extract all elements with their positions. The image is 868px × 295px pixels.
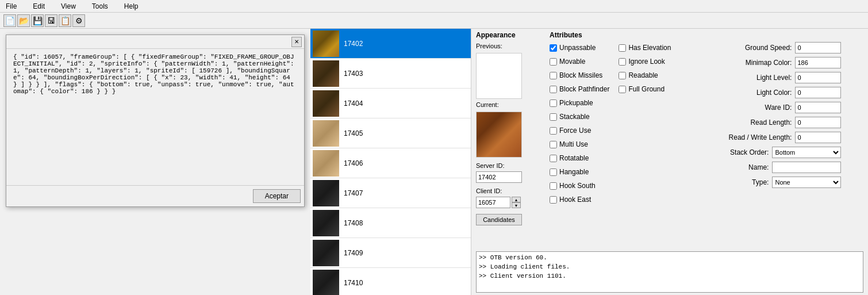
checkbox-block-missiles[interactable]	[550, 72, 557, 79]
log-line: >> OTB version 60.	[479, 253, 861, 262]
menu-tools[interactable]: Tools	[89, 1, 112, 12]
checkbox-hook-east[interactable]	[550, 196, 557, 204]
appearance-panel: Appearance Previous: Current: Server ID:…	[476, 31, 545, 249]
item-row[interactable]: 17405	[310, 118, 471, 148]
checkbox-row-block-missiles: Block Missiles	[550, 69, 609, 82]
toolbar-save-btn[interactable]: 💾	[31, 14, 44, 27]
checkbox-row-hook-east: Hook East	[550, 193, 609, 206]
item-thumbnail	[313, 120, 339, 147]
checkbox-ignore-look[interactable]	[619, 58, 626, 66]
checkbox-force-use[interactable]	[550, 127, 557, 135]
toolbar-export-btn[interactable]: 📋	[59, 14, 71, 27]
checkbox-unpassable[interactable]	[550, 44, 557, 52]
checkbox-multi-use[interactable]	[550, 141, 557, 148]
checkbox-pickupable[interactable]	[550, 99, 557, 107]
field-label-read-length: Read Length:	[750, 118, 792, 127]
toolbar-settings-btn[interactable]: ⚙	[72, 14, 85, 27]
field-row-light-level: Light Level:	[680, 71, 841, 84]
checkbox-movable[interactable]	[550, 58, 557, 66]
dialog-json-text: { "id": 16057, "frameGroup": [ { "fixedF…	[13, 53, 297, 95]
server-id-input[interactable]	[476, 171, 522, 183]
item-row[interactable]: 17407	[310, 178, 471, 208]
dialog-close-btn[interactable]: ✕	[291, 37, 302, 47]
checkbox-label-hangable: Hangable	[559, 168, 589, 176]
toolbar-open-btn[interactable]: 📂	[17, 14, 30, 27]
item-row[interactable]: 17406	[310, 148, 471, 178]
item-label: 17407	[344, 189, 363, 197]
field-input-read-write-length[interactable]	[795, 132, 841, 143]
item-row[interactable]: 17404	[310, 89, 471, 118]
field-row-type-field: Type:NoneDepotMailboxTrashholderContaine…	[680, 176, 841, 189]
checkbox-rotatable[interactable]	[550, 155, 557, 162]
field-input-minimap-color[interactable]	[795, 57, 841, 68]
toolbar-save-as-btn[interactable]: 🖫	[45, 14, 57, 27]
field-input-ground-speed[interactable]	[795, 42, 841, 53]
checkbox-label-multi-use: Multi Use	[559, 140, 588, 148]
checkbox-row-hook-south: Hook South	[550, 179, 609, 192]
item-label: 17406	[344, 159, 363, 167]
client-id-spin-up[interactable]: ▲	[512, 197, 521, 202]
checkbox-block-pathfinder[interactable]	[550, 86, 557, 93]
item-thumbnail-img	[313, 270, 339, 296]
checkbox-stackable[interactable]	[550, 113, 557, 121]
checkbox-row-ignore-look: Ignore Look	[619, 55, 671, 68]
checkbox-readable[interactable]	[619, 72, 626, 79]
candidates-btn[interactable]: Candidates	[476, 214, 522, 225]
checkbox-row-pickupable: Pickupable	[550, 97, 609, 109]
field-label-minimap-color: Minimap Color:	[746, 59, 792, 67]
toolbar-new-btn[interactable]: 📄	[3, 14, 16, 27]
checkbox-label-force-use: Force Use	[559, 127, 591, 135]
field-row-light-color: Light Color:	[680, 86, 841, 99]
checkbox-label-unpassable: Unpassable	[559, 44, 596, 52]
checkbox-full-ground[interactable]	[619, 86, 626, 93]
field-row-read-length: Read Length:	[680, 116, 841, 129]
checkbox-row-block-pathfinder: Block Pathfinder	[550, 83, 609, 95]
checkbox-label-stackable: Stackable	[559, 113, 590, 121]
attributes-title: Attributes	[550, 31, 863, 39]
attrs-right-fields: Ground Speed:Minimap Color:Light Level:L…	[680, 41, 841, 206]
field-input-name-field[interactable]	[772, 162, 841, 173]
field-select-stack-order[interactable]: BottomBorderCreatureEdgeGround	[772, 147, 841, 158]
checkbox-hangable[interactable]	[550, 168, 557, 176]
field-label-ware-id: Ware ID:	[765, 104, 792, 112]
item-thumbnail	[313, 90, 339, 117]
current-preview-img	[477, 112, 521, 157]
checkbox-row-hangable: Hangable	[550, 166, 609, 178]
item-row[interactable]: 17409	[310, 238, 471, 268]
item-thumbnail-img	[313, 150, 339, 177]
checkbox-hook-south[interactable]	[550, 182, 557, 190]
field-input-read-length[interactable]	[795, 117, 841, 128]
checkbox-row-has-elevation: Has Elevation	[619, 41, 671, 54]
field-input-light-color[interactable]	[795, 87, 841, 98]
client-id-input[interactable]	[476, 197, 510, 208]
item-row[interactable]: 17403	[310, 59, 471, 89]
client-id-spinner: ▲ ▼	[512, 197, 521, 208]
item-row[interactable]: 17402	[310, 29, 471, 59]
menu-edit[interactable]: Edit	[29, 1, 48, 12]
item-thumbnail-img	[313, 240, 339, 266]
right-panel: Appearance Previous: Current: Server ID:…	[471, 29, 868, 295]
field-input-light-level[interactable]	[795, 72, 841, 83]
dialog-ok-btn[interactable]: Aceptar	[253, 189, 301, 203]
menu-help[interactable]: Help	[121, 1, 142, 12]
checkbox-has-elevation[interactable]	[619, 44, 626, 52]
field-row-read-write-length: Read / Write Length:	[680, 131, 841, 144]
checkbox-label-readable: Readable	[628, 71, 658, 79]
attrs-col1: UnpassableMovableBlock MissilesBlock Pat…	[550, 41, 609, 206]
checkbox-row-movable: Movable	[550, 55, 609, 68]
field-row-stack-order: Stack Order:BottomBorderCreatureEdgeGrou…	[680, 146, 841, 159]
item-row[interactable]: 17410	[310, 268, 471, 295]
menu-view[interactable]: View	[57, 1, 79, 12]
menu-file[interactable]: File	[2, 1, 20, 12]
attrs-col2: Has ElevationIgnore LookReadableFull Gro…	[619, 41, 671, 206]
checkbox-label-block-missiles: Block Missiles	[559, 71, 602, 79]
item-thumbnail	[313, 150, 339, 177]
field-input-ware-id[interactable]	[795, 102, 841, 113]
client-id-spin-down[interactable]: ▼	[512, 202, 521, 208]
item-row[interactable]: 17408	[310, 208, 471, 238]
checkbox-label-has-elevation: Has Elevation	[628, 44, 671, 52]
field-select-type-field[interactable]: NoneDepotMailboxTrashholderContainerDoor…	[772, 177, 841, 188]
appearance-title: Appearance	[476, 31, 545, 39]
item-thumbnail-img	[313, 90, 339, 117]
item-list-panel: 1740217403174041740517406174071740817409…	[310, 29, 471, 295]
